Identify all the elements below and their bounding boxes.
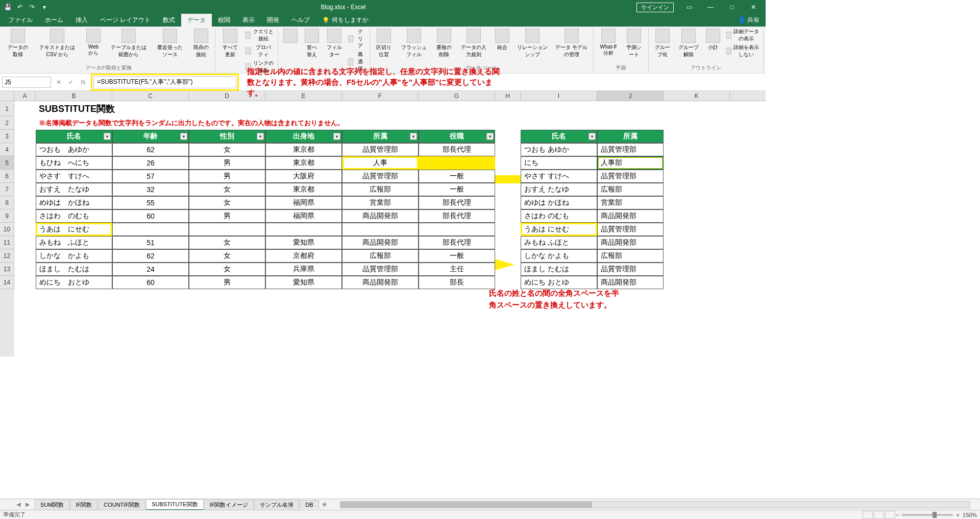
- cell-F13[interactable]: 品質管理部: [342, 263, 419, 276]
- sort-az-button[interactable]: [280, 28, 301, 45]
- cell-G14[interactable]: 部長: [419, 276, 495, 289]
- cell-I8[interactable]: めゆは かほね: [521, 196, 597, 209]
- whatif-button[interactable]: What-If 分析: [596, 28, 621, 58]
- cell-I10[interactable]: うあは にせむ: [521, 223, 597, 236]
- cell-F3[interactable]: 所属▾: [342, 130, 419, 143]
- cell-B5[interactable]: もひね へにち: [36, 156, 112, 170]
- cell-I11[interactable]: みもね ふほと: [521, 236, 597, 249]
- consolidate-button[interactable]: 統合: [492, 28, 512, 52]
- cell-B2[interactable]: ※名簿掲載データも関数で文字列をランダムに出力したものです。実在の人物は含まれて…: [36, 116, 495, 130]
- filter-dropdown-icon[interactable]: ▾: [410, 133, 417, 140]
- row-8[interactable]: 8: [0, 196, 14, 209]
- tab-formulas[interactable]: 数式: [157, 14, 181, 27]
- filter-dropdown-icon[interactable]: ▾: [180, 133, 187, 140]
- select-all-button[interactable]: [0, 91, 14, 101]
- forecast-button[interactable]: 予測シート: [622, 28, 646, 59]
- tab-pagelayout[interactable]: ページ レイアウト: [94, 14, 157, 27]
- cell-J9[interactable]: 商品開発部: [597, 209, 664, 223]
- cell-E5[interactable]: 東京都: [265, 156, 342, 170]
- relationships-button[interactable]: リレーションシップ: [513, 28, 551, 59]
- cell-J3[interactable]: 所属: [597, 130, 664, 143]
- cell-C9[interactable]: 60: [112, 209, 189, 223]
- cell-D4[interactable]: 女: [189, 143, 265, 156]
- properties-button[interactable]: プロパティ: [243, 43, 276, 59]
- ribbon-options-icon[interactable]: ▭: [679, 0, 699, 14]
- redo-icon[interactable]: ↷: [27, 2, 38, 13]
- cell-G9[interactable]: 部長代理: [419, 209, 495, 223]
- cell-D12[interactable]: 女: [189, 249, 265, 263]
- row-3[interactable]: 3: [0, 130, 14, 143]
- cell-B3[interactable]: 氏名▾: [36, 130, 112, 143]
- tab-review[interactable]: 校閲: [212, 14, 236, 27]
- cell-D10[interactable]: [189, 223, 265, 236]
- signin-button[interactable]: サインイン: [636, 3, 674, 12]
- cell-I6[interactable]: やさす すけへ: [521, 170, 597, 183]
- cell-D13[interactable]: 女: [189, 263, 265, 276]
- close-icon[interactable]: ✕: [743, 0, 764, 14]
- cell-C10[interactable]: [112, 223, 189, 236]
- cell-J6[interactable]: 品質管理部: [597, 170, 664, 183]
- ungroup-button[interactable]: グループ解除: [675, 28, 702, 59]
- remove-dup-button[interactable]: 重複の削除: [432, 28, 455, 59]
- show-detail-button[interactable]: 詳細データの表示: [724, 28, 761, 43]
- undo-icon[interactable]: ↶: [14, 2, 26, 13]
- row-11[interactable]: 11: [0, 236, 14, 249]
- cell-C4[interactable]: 62: [112, 143, 189, 156]
- cell-G5[interactable]: [419, 156, 495, 170]
- save-icon[interactable]: 💾: [2, 2, 13, 13]
- col-F[interactable]: F: [342, 91, 419, 101]
- sort-button[interactable]: 並べ替え: [302, 28, 322, 59]
- filter-dropdown-icon[interactable]: ▾: [257, 133, 264, 140]
- cell-I7[interactable]: おすえ たなゆ: [521, 183, 597, 196]
- col-G[interactable]: G: [419, 91, 495, 101]
- cell-B1[interactable]: SUBSTITUTE関数: [36, 101, 342, 116]
- subtotal-button[interactable]: 小計: [703, 28, 723, 52]
- cell-J13[interactable]: 品質管理部: [597, 263, 664, 276]
- qat-customize-icon[interactable]: ▾: [39, 2, 50, 13]
- cell-J5[interactable]: 人事部: [597, 156, 664, 170]
- col-D[interactable]: D: [189, 91, 265, 101]
- col-A[interactable]: A: [14, 91, 36, 101]
- cell-D3[interactable]: 性別▾: [189, 130, 265, 143]
- cell-B7[interactable]: おすえ たなゆ: [36, 183, 112, 196]
- cell-B11[interactable]: みもね ふほと: [36, 236, 112, 249]
- refresh-all-button[interactable]: すべて更新: [217, 28, 242, 59]
- tab-home[interactable]: ホーム: [39, 14, 69, 27]
- cell-I13[interactable]: ほまし たむは: [521, 263, 597, 276]
- cell-F8[interactable]: 営業部: [342, 196, 419, 209]
- text-to-columns-button[interactable]: 区切り位置: [372, 28, 396, 59]
- cell-C13[interactable]: 24: [112, 263, 189, 276]
- cell-D14[interactable]: 男: [189, 276, 265, 289]
- cell-I14[interactable]: めにち おとゆ: [521, 276, 597, 289]
- cell-G7[interactable]: 一般: [419, 183, 495, 196]
- cell-B9[interactable]: さはわ のむも: [36, 209, 112, 223]
- flash-fill-button[interactable]: フラッシュフィル: [397, 28, 431, 59]
- cell-C12[interactable]: 62: [112, 249, 189, 263]
- cell-F14[interactable]: 商品開発部: [342, 276, 419, 289]
- cell-E13[interactable]: 兵庫県: [265, 263, 342, 276]
- formula-bar[interactable]: =SUBSTITUTE(F5,"人事","人事部"): [93, 76, 236, 88]
- cell-I5[interactable]: にち: [521, 156, 597, 170]
- cell-F6[interactable]: 品質管理部: [342, 170, 419, 183]
- cell-F10[interactable]: [342, 223, 419, 236]
- name-box[interactable]: J5: [2, 77, 51, 88]
- row-4[interactable]: 4: [0, 143, 14, 156]
- from-text-csv-button[interactable]: テキストまたは CSV から: [33, 28, 82, 59]
- cell-F9[interactable]: 商品開発部: [342, 209, 419, 223]
- tab-dev[interactable]: 開発: [261, 14, 285, 27]
- col-K[interactable]: K: [664, 91, 730, 101]
- cell-D11[interactable]: 女: [189, 236, 265, 249]
- cell-C14[interactable]: 60: [112, 276, 189, 289]
- cell-C6[interactable]: 57: [112, 170, 189, 183]
- row-12[interactable]: 12: [0, 249, 14, 263]
- cell-J7[interactable]: 広報部: [597, 183, 664, 196]
- cell-E6[interactable]: 大阪府: [265, 170, 342, 183]
- col-H[interactable]: H: [495, 91, 521, 101]
- cell-J10[interactable]: 品質管理部: [597, 223, 664, 236]
- cell-B4[interactable]: つおも あゆか: [36, 143, 112, 156]
- cell-J14[interactable]: 商品開発部: [597, 276, 664, 289]
- col-I[interactable]: I: [521, 91, 597, 101]
- filter-button[interactable]: フィルター: [323, 28, 345, 59]
- cell-C3[interactable]: 年齢▾: [112, 130, 189, 143]
- get-data-button[interactable]: データの取得: [4, 28, 32, 59]
